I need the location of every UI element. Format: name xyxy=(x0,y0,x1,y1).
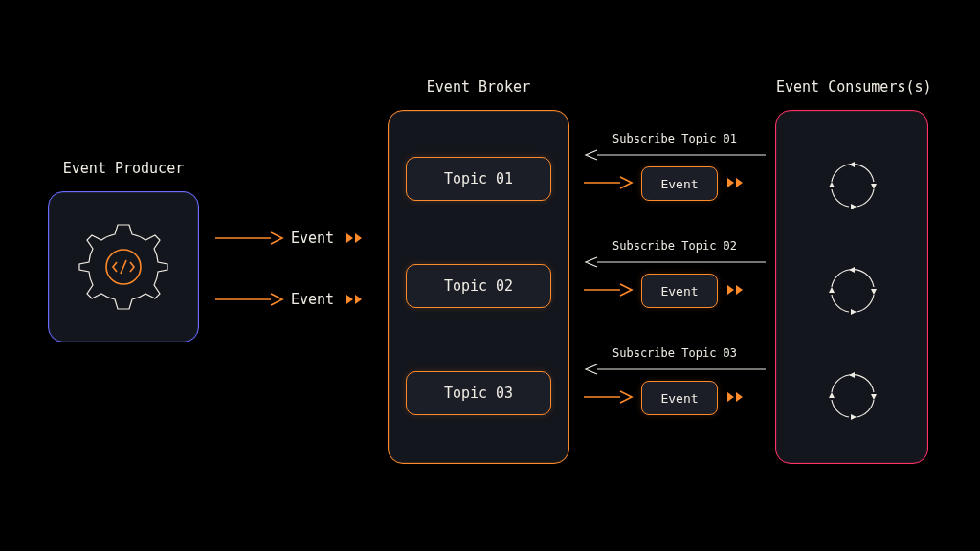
svg-line-1 xyxy=(121,260,126,274)
arrow-right-icon xyxy=(215,292,282,307)
arrow-right-icon xyxy=(584,389,632,405)
producer-title: Event Producer xyxy=(49,160,198,177)
event-pill: Event xyxy=(641,166,718,201)
gear-icon xyxy=(49,192,198,342)
arrow-left-icon xyxy=(584,256,766,268)
event-label: Event xyxy=(291,230,334,247)
diagram-stage: Event Producer Event Broker To xyxy=(0,0,980,551)
forward-icon xyxy=(727,392,743,402)
topic-01: Topic 01 xyxy=(406,157,551,201)
forward-icon xyxy=(727,178,743,187)
event-pill-label: Event xyxy=(660,177,698,191)
topic-03-label: Topic 03 xyxy=(444,385,513,402)
topic-01-label: Topic 01 xyxy=(444,170,513,187)
event-pill-label: Event xyxy=(660,284,698,298)
event-producer-panel: Event Producer xyxy=(48,191,199,342)
subscribe-label: Subscribe Topic 01 xyxy=(612,132,737,145)
broker-title: Event Broker xyxy=(389,78,568,96)
event-pill: Event xyxy=(641,381,718,415)
event-pill: Event xyxy=(641,274,718,308)
event-consumers-panel: Event Consumers(s) xyxy=(775,110,928,464)
arrow-right-icon xyxy=(584,175,632,190)
subscribe-label: Subscribe Topic 03 xyxy=(612,346,737,360)
arrow-right-icon xyxy=(584,282,632,298)
forward-icon xyxy=(727,285,743,295)
event-broker-panel: Event Broker Topic 01 Topic 02 Topic 03 xyxy=(388,110,569,464)
forward-icon xyxy=(346,295,362,304)
cycle-icon xyxy=(824,157,881,218)
cycle-icon xyxy=(824,367,881,429)
arrow-left-icon xyxy=(584,364,766,375)
forward-icon xyxy=(346,233,362,243)
event-label: Event xyxy=(291,291,334,308)
event-pill-label: Event xyxy=(660,391,698,406)
subscribe-label: Subscribe Topic 02 xyxy=(612,239,737,253)
cycle-icon xyxy=(824,262,881,323)
arrow-right-icon xyxy=(215,231,282,246)
arrow-left-icon xyxy=(584,149,766,161)
topic-02: Topic 02 xyxy=(406,264,551,308)
topic-03: Topic 03 xyxy=(406,371,551,415)
consumers-title: Event Consumers(s) xyxy=(776,78,927,96)
topic-02-label: Topic 02 xyxy=(444,277,513,295)
